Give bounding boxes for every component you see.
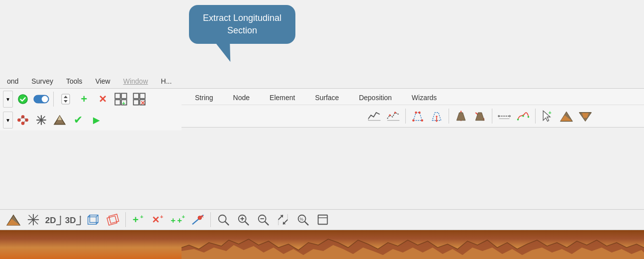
accept-button[interactable]: ✔: [70, 112, 87, 129]
zoom-out-button[interactable]: [254, 211, 273, 229]
svg-point-53: [528, 116, 530, 118]
fill-button[interactable]: [576, 107, 594, 125]
svg-point-14: [18, 119, 20, 121]
tab-element[interactable]: Element: [260, 91, 304, 105]
axis-button[interactable]: [33, 112, 50, 129]
remove-element-button[interactable]: ✕ +: [149, 211, 168, 229]
smooth-button[interactable]: [514, 107, 532, 125]
svg-text:+: +: [133, 214, 139, 225]
string-edit-button[interactable]: [384, 107, 402, 125]
svg-point-38: [436, 116, 438, 118]
left-arrow-dropdown[interactable]: ▼: [3, 112, 13, 129]
tooltip-bubble: Extract Longitudinal Section: [189, 5, 295, 44]
svg-point-35: [418, 112, 420, 114]
svg-point-30: [389, 115, 391, 117]
tooltip-line1: Extract Longitudinal: [203, 13, 281, 23]
zoom-area-button[interactable]: [214, 211, 233, 229]
2d-view-button[interactable]: 2D: [44, 211, 63, 229]
svg-text:+: +: [182, 214, 185, 220]
svg-marker-43: [457, 113, 465, 121]
tab-deposition[interactable]: Deposition: [350, 91, 401, 105]
add-point-button[interactable]: +: [539, 107, 556, 125]
add-element-button[interactable]: + +: [129, 211, 148, 229]
grid-add-button[interactable]: +: [112, 91, 129, 108]
svg-marker-75: [80, 215, 81, 217]
svg-rect-76: [88, 217, 96, 224]
svg-marker-71: [60, 215, 61, 217]
svg-marker-49: [510, 115, 511, 117]
extend-button[interactable]: [495, 107, 513, 125]
svg-point-52: [522, 115, 524, 117]
multi-add-button[interactable]: + + +: [169, 211, 187, 229]
svg-line-100: [265, 222, 269, 225]
svg-rect-111: [318, 215, 328, 225]
svg-point-33: [412, 120, 414, 122]
3d-view-button[interactable]: 3D: [64, 211, 83, 229]
svg-text:+: +: [160, 214, 164, 220]
menu-item-window[interactable]: Window: [121, 76, 150, 86]
zoom-in-button[interactable]: [234, 211, 253, 229]
svg-rect-6: [115, 100, 120, 105]
svg-text:+: +: [122, 100, 125, 106]
zoom-fit-button[interactable]: [274, 211, 292, 229]
svg-marker-32: [413, 113, 422, 121]
tab-string[interactable]: String: [185, 91, 223, 105]
terrain-area: [0, 230, 644, 259]
left-toolbar-row2: ▼: [0, 110, 182, 130]
svg-rect-81: [107, 216, 117, 226]
left-toolbar-row1: ▼ + ✕: [0, 89, 182, 110]
svg-line-94: [225, 222, 229, 225]
insert-node-button[interactable]: [452, 107, 470, 125]
svg-text:+: +: [171, 216, 176, 225]
svg-rect-11: [133, 100, 139, 105]
svg-rect-82: [109, 214, 119, 224]
svg-point-34: [421, 120, 423, 122]
menu-item-ond[interactable]: ond: [5, 76, 20, 86]
terrain-view-button[interactable]: [4, 211, 23, 229]
svg-rect-10: [140, 93, 145, 99]
3d-box-button[interactable]: [84, 211, 102, 229]
svg-marker-48: [498, 115, 499, 117]
project-down-button[interactable]: [428, 107, 446, 125]
tab-bar: String Node Element Surface Deposition W…: [182, 89, 644, 105]
confirm-button[interactable]: [14, 91, 31, 108]
grid-remove-button[interactable]: ✕: [131, 91, 148, 108]
slope-button[interactable]: [471, 107, 489, 125]
toggle-button[interactable]: [33, 91, 50, 108]
add-button[interactable]: +: [76, 91, 92, 108]
tab-wizards[interactable]: Wizards: [402, 91, 447, 105]
run-button[interactable]: ▶: [88, 112, 105, 129]
left-toolbar: ▼ + ✕: [0, 89, 182, 130]
menu-item-view[interactable]: View: [93, 76, 112, 86]
svg-point-36: [415, 112, 417, 114]
tab-surface[interactable]: Surface: [305, 91, 348, 105]
dropdown-button[interactable]: ▼: [3, 91, 13, 108]
svg-text:✕: ✕: [140, 100, 145, 106]
svg-text:%: %: [300, 217, 304, 222]
tilted-box-button[interactable]: [103, 211, 122, 229]
polygon-nodes-button[interactable]: [409, 107, 427, 125]
zoom-percent-button[interactable]: %: [293, 211, 312, 229]
delete-button[interactable]: ✕: [94, 91, 111, 108]
mountain-button[interactable]: [51, 112, 68, 129]
cut-fill-button[interactable]: [557, 107, 575, 125]
menu-item-tools[interactable]: Tools: [64, 76, 85, 86]
svg-rect-4: [115, 93, 120, 99]
up-down-button[interactable]: [57, 91, 74, 108]
tab-node[interactable]: Node: [224, 91, 259, 105]
window-mode-button[interactable]: [313, 211, 332, 229]
line-node-button[interactable]: [188, 211, 207, 229]
menu-bar: ond Survey Tools View Window H...: [0, 74, 644, 89]
menu-item-help[interactable]: H...: [159, 76, 174, 86]
icon-toolbar: +: [182, 105, 644, 127]
nodes-button[interactable]: [14, 112, 31, 129]
orientation-button[interactable]: [24, 211, 43, 229]
svg-line-109: [305, 222, 308, 225]
svg-rect-9: [133, 93, 139, 99]
svg-point-51: [517, 119, 519, 121]
svg-text:✕: ✕: [152, 215, 160, 225]
extract-section-button[interactable]: [366, 107, 383, 125]
svg-point-2: [42, 96, 48, 103]
menu-item-survey[interactable]: Survey: [29, 76, 55, 86]
svg-text:3D: 3D: [65, 215, 76, 225]
